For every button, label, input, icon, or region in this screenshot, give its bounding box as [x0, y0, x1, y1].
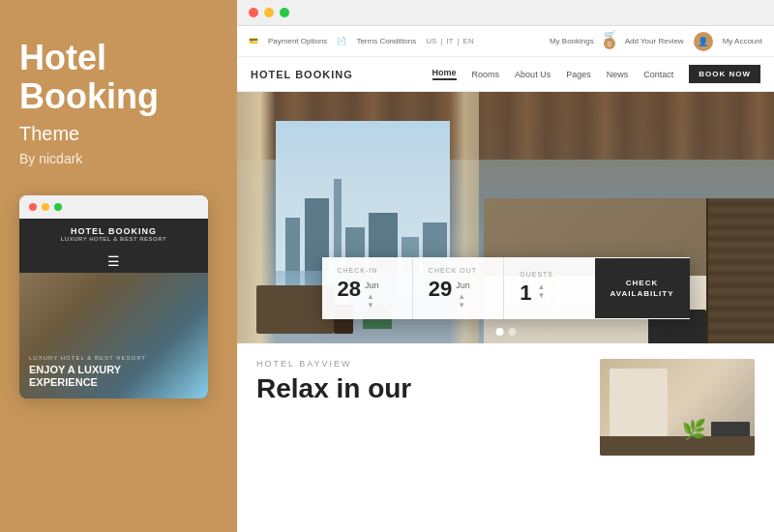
booking-widget: CHECK-IN 28 Jun ▲▼ CHECK OUT 29: [322, 257, 690, 319]
hotel-heading: Relax in our: [256, 374, 580, 404]
checkin-arrows[interactable]: ▲▼: [367, 292, 374, 310]
lang-en[interactable]: EN: [463, 37, 474, 45]
checkin-month: Jun: [365, 281, 379, 290]
nav-link-pages[interactable]: Pages: [566, 70, 591, 79]
carousel-dot-2[interactable]: [508, 328, 516, 336]
browser-chrome: [237, 0, 774, 26]
checkout-day: 29: [429, 277, 452, 302]
nav-link-about[interactable]: About Us: [515, 70, 551, 79]
mobile-nav-sub: LUXURY HOTEL & BEST RESORT: [19, 236, 208, 246]
add-review-link[interactable]: Add Your Review: [625, 37, 684, 45]
mobile-hero-section: LUXURY HOTEL & BEST RESORT ENJOY A LUXUR…: [19, 273, 208, 399]
checkout-month: Jun: [456, 281, 470, 290]
terms-link[interactable]: Terms Conditions: [356, 37, 416, 45]
browser-dot-red[interactable]: [249, 8, 258, 17]
guests-arrows[interactable]: ▲▼: [537, 282, 545, 300]
main-nav: HOTEL BOOKING Home Rooms About Us Pages …: [237, 57, 774, 92]
lang-us[interactable]: US: [426, 37, 436, 45]
browser-dot-yellow[interactable]: [264, 8, 274, 17]
nav-link-home[interactable]: Home: [432, 68, 457, 80]
carousel-dot-1[interactable]: [495, 328, 503, 336]
headboard: [706, 198, 774, 343]
checkout-value: 29 Jun ▲▼: [429, 277, 488, 310]
checkin-label: CHECK-IN: [338, 267, 397, 274]
theme-author: By nicdark: [19, 151, 218, 166]
dot-yellow-icon: [42, 203, 49, 211]
payment-icon: 💳: [249, 37, 258, 45]
check-btn-line1: CHECK: [610, 278, 674, 288]
mobile-nav-brand: HOTEL BOOKING LUXURY HOTEL & BEST RESORT: [19, 219, 208, 250]
check-availability-button[interactable]: CHECK AVAILABILITY: [595, 258, 690, 318]
payment-options-link[interactable]: Payment Options: [268, 37, 327, 45]
carousel-dots: [495, 328, 516, 336]
mobile-hero-small-text: LUXURY HOTEL & BEST RESORT: [29, 355, 198, 361]
checkout-field[interactable]: CHECK OUT 29 Jun ▲▼: [413, 257, 504, 319]
theme-title: Hotel Booking: [19, 39, 218, 115]
hotel-tag: HOTEL BAYVIEW: [256, 359, 580, 369]
nav-logo[interactable]: HOTEL BOOKING: [251, 69, 353, 80]
nav-link-rooms[interactable]: Rooms: [472, 70, 500, 79]
guests-label: GUESTS: [520, 271, 579, 278]
theme-subtitle: Theme: [19, 123, 218, 145]
nav-link-news[interactable]: News: [607, 70, 629, 79]
hero-section: CHECK-IN 28 Jun ▲▼ CHECK OUT 29: [237, 92, 774, 343]
room-thumbnail: 🌿: [600, 359, 755, 456]
top-bar-left: 💳 Payment Options 📄 Terms Conditions US …: [249, 37, 474, 45]
cart-icon[interactable]: 🛒0: [604, 30, 615, 52]
below-fold-content: HOTEL BAYVIEW Relax in our: [256, 359, 580, 517]
room-plant-icon: 🌿: [682, 418, 706, 441]
cart-badge: 0: [604, 38, 615, 49]
book-now-button[interactable]: BOOK NOW: [689, 65, 760, 83]
right-panel: 💳 Payment Options 📄 Terms Conditions US …: [237, 0, 774, 532]
checkin-field[interactable]: CHECK-IN 28 Jun ▲▼: [322, 257, 413, 319]
guests-count: 1: [520, 281, 531, 306]
nav-links: Home Rooms About Us Pages News Contact B…: [432, 65, 760, 83]
nav-link-contact[interactable]: Contact: [643, 70, 673, 79]
left-panel: Hotel Booking Theme By nicdark HOTEL BOO…: [0, 0, 237, 532]
mobile-hero-heading: ENJOY A LUXURY EXPERIENCE: [29, 364, 198, 389]
mobile-hamburger-icon[interactable]: ☰: [19, 250, 208, 273]
room-wall: [610, 369, 668, 436]
dot-green-icon: [54, 203, 62, 211]
checkout-arrows[interactable]: ▲▼: [458, 292, 465, 310]
checkin-day: 28: [338, 277, 361, 302]
check-btn-line2: AVAILABILITY: [610, 288, 674, 299]
top-bar: 💳 Payment Options 📄 Terms Conditions US …: [237, 26, 774, 57]
browser-dot-green[interactable]: [280, 8, 289, 17]
below-fold-section: HOTEL BAYVIEW Relax in our 🌿: [237, 343, 774, 532]
mobile-preview-card: HOTEL BOOKING LUXURY HOTEL & BEST RESORT…: [19, 195, 208, 399]
guests-field[interactable]: GUESTS 1 ▲▼: [504, 261, 594, 315]
room-floor: [600, 436, 755, 456]
lang-flags: US | IT | EN: [426, 37, 474, 45]
user-name[interactable]: My Account: [723, 37, 762, 45]
room-preview-image: 🌿: [600, 359, 755, 456]
terms-icon: 📄: [337, 37, 346, 45]
guests-value: 1 ▲▼: [520, 281, 579, 306]
top-bar-right: My Bookings 🛒0 Add Your Review 👤 My Acco…: [550, 30, 762, 52]
my-bookings-link[interactable]: My Bookings: [550, 37, 594, 45]
mobile-card-header: [19, 195, 208, 219]
user-avatar[interactable]: 👤: [694, 32, 713, 51]
dot-red-icon: [29, 203, 37, 211]
website-preview: 💳 Payment Options 📄 Terms Conditions US …: [237, 26, 774, 532]
checkout-label: CHECK OUT: [429, 267, 488, 274]
checkin-value: 28 Jun ▲▼: [338, 277, 397, 310]
lang-it[interactable]: IT: [446, 37, 453, 45]
